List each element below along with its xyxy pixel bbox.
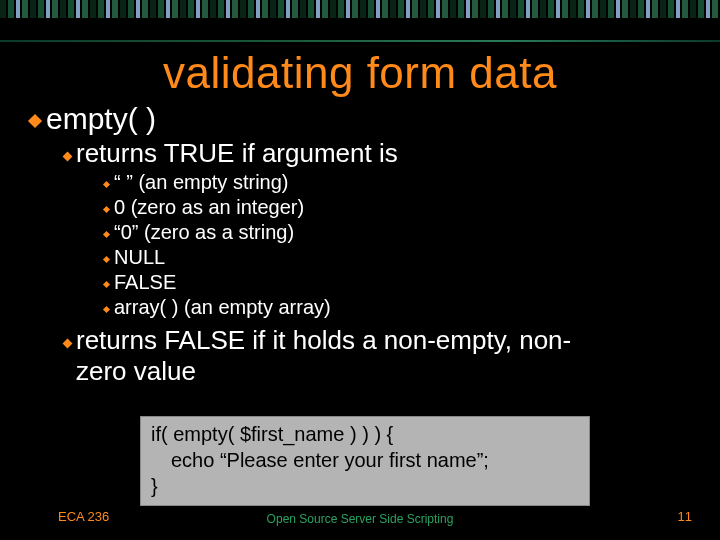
diamond-bullet-icon xyxy=(103,206,110,213)
code-line: if( empty( $first_name ) ) ) { xyxy=(151,421,579,447)
bullet-level3: FALSE xyxy=(104,270,690,294)
code-line: } xyxy=(151,473,579,499)
diamond-bullet-icon xyxy=(103,231,110,238)
bullet-level1-text: empty( ) xyxy=(46,102,156,136)
code-sample-box: if( empty( $first_name ) ) ) { echo “Ple… xyxy=(140,416,590,506)
bullet-level3-text: array( ) (an empty array) xyxy=(114,295,331,319)
diamond-bullet-icon xyxy=(103,306,110,313)
code-line: echo “Please enter your first name”; xyxy=(171,447,579,473)
bullet-level3-text: “0” (zero as a string) xyxy=(114,220,294,244)
bullet-level3: 0 (zero as an integer) xyxy=(104,195,690,219)
bullet-level3-text: 0 (zero as an integer) xyxy=(114,195,304,219)
bullet-level2-text: returns FALSE if it holds a non-empty, n… xyxy=(76,325,571,356)
footer-page-number: 11 xyxy=(678,509,692,524)
footer-subtitle: Open Source Server Side Scripting xyxy=(267,512,454,526)
diamond-bullet-icon xyxy=(103,256,110,263)
bullet-level2: returns FALSE if it holds a non-empty, n… xyxy=(64,325,690,387)
slide-title: validating form data xyxy=(30,48,690,98)
bullet-level2-text-cont: zero value xyxy=(76,356,571,387)
diamond-bullet-icon xyxy=(63,339,73,349)
bullet-level1: empty( ) xyxy=(30,102,690,136)
footer-course-code: ECA 236 xyxy=(58,509,109,524)
bullet-level3: array( ) (an empty array) xyxy=(104,295,690,319)
diamond-bullet-icon xyxy=(63,152,73,162)
bullet-level3-text: “ ” (an empty string) xyxy=(114,170,288,194)
bullet-level3: “0” (zero as a string) xyxy=(104,220,690,244)
diamond-bullet-icon xyxy=(103,281,110,288)
diamond-bullet-icon xyxy=(28,114,42,128)
bullet-level2: returns TRUE if argument is xyxy=(64,138,690,169)
bullet-level3-text: FALSE xyxy=(114,270,176,294)
slide-body: validating form data empty( ) returns TR… xyxy=(0,48,720,387)
bullet-level3: “ ” (an empty string) xyxy=(104,170,690,194)
decorative-divider xyxy=(0,40,720,42)
bullet-level3: NULL xyxy=(104,245,690,269)
bullet-level3-text: NULL xyxy=(114,245,165,269)
decorative-top-strip xyxy=(0,0,720,18)
diamond-bullet-icon xyxy=(103,181,110,188)
bullet-level2-text: returns TRUE if argument is xyxy=(76,138,398,169)
